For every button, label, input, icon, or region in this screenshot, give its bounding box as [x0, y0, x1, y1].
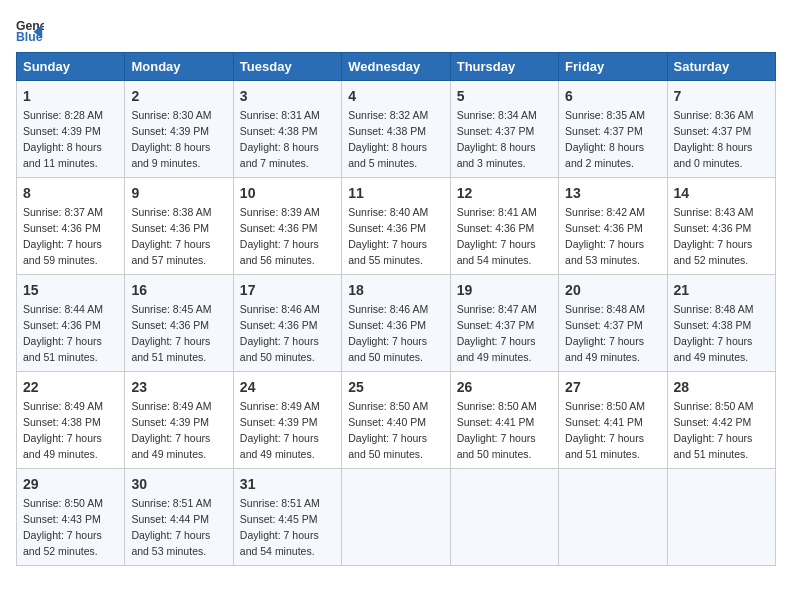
weekday-header: Sunday — [17, 53, 125, 81]
day-number: 7 — [674, 86, 769, 106]
day-number: 21 — [674, 280, 769, 300]
day-info: Sunrise: 8:42 AMSunset: 4:36 PMDaylight:… — [565, 206, 645, 266]
day-info: Sunrise: 8:49 AMSunset: 4:39 PMDaylight:… — [131, 400, 211, 460]
day-number: 28 — [674, 377, 769, 397]
calendar-day-cell: 13Sunrise: 8:42 AMSunset: 4:36 PMDayligh… — [559, 178, 667, 275]
calendar-day-cell: 3Sunrise: 8:31 AMSunset: 4:38 PMDaylight… — [233, 81, 341, 178]
calendar-day-cell: 29Sunrise: 8:50 AMSunset: 4:43 PMDayligh… — [17, 469, 125, 566]
calendar-day-cell: 26Sunrise: 8:50 AMSunset: 4:41 PMDayligh… — [450, 372, 558, 469]
calendar-week-row: 29Sunrise: 8:50 AMSunset: 4:43 PMDayligh… — [17, 469, 776, 566]
day-number: 13 — [565, 183, 660, 203]
calendar-day-cell: 15Sunrise: 8:44 AMSunset: 4:36 PMDayligh… — [17, 275, 125, 372]
calendar-header: SundayMondayTuesdayWednesdayThursdayFrid… — [17, 53, 776, 81]
day-number: 16 — [131, 280, 226, 300]
calendar-day-cell: 18Sunrise: 8:46 AMSunset: 4:36 PMDayligh… — [342, 275, 450, 372]
day-number: 8 — [23, 183, 118, 203]
day-info: Sunrise: 8:38 AMSunset: 4:36 PMDaylight:… — [131, 206, 211, 266]
day-info: Sunrise: 8:34 AMSunset: 4:37 PMDaylight:… — [457, 109, 537, 169]
day-info: Sunrise: 8:49 AMSunset: 4:38 PMDaylight:… — [23, 400, 103, 460]
calendar-day-cell: 2Sunrise: 8:30 AMSunset: 4:39 PMDaylight… — [125, 81, 233, 178]
day-info: Sunrise: 8:36 AMSunset: 4:37 PMDaylight:… — [674, 109, 754, 169]
day-number: 5 — [457, 86, 552, 106]
calendar-day-cell: 27Sunrise: 8:50 AMSunset: 4:41 PMDayligh… — [559, 372, 667, 469]
day-number: 2 — [131, 86, 226, 106]
day-info: Sunrise: 8:51 AMSunset: 4:45 PMDaylight:… — [240, 497, 320, 557]
day-number: 31 — [240, 474, 335, 494]
calendar-day-cell: 16Sunrise: 8:45 AMSunset: 4:36 PMDayligh… — [125, 275, 233, 372]
calendar-week-row: 8Sunrise: 8:37 AMSunset: 4:36 PMDaylight… — [17, 178, 776, 275]
day-info: Sunrise: 8:48 AMSunset: 4:37 PMDaylight:… — [565, 303, 645, 363]
calendar-day-cell — [450, 469, 558, 566]
day-info: Sunrise: 8:30 AMSunset: 4:39 PMDaylight:… — [131, 109, 211, 169]
calendar-week-row: 22Sunrise: 8:49 AMSunset: 4:38 PMDayligh… — [17, 372, 776, 469]
calendar-day-cell: 28Sunrise: 8:50 AMSunset: 4:42 PMDayligh… — [667, 372, 775, 469]
day-info: Sunrise: 8:43 AMSunset: 4:36 PMDaylight:… — [674, 206, 754, 266]
weekday-header: Saturday — [667, 53, 775, 81]
page-header: General Blue — [16, 16, 776, 44]
calendar-day-cell: 24Sunrise: 8:49 AMSunset: 4:39 PMDayligh… — [233, 372, 341, 469]
day-info: Sunrise: 8:31 AMSunset: 4:38 PMDaylight:… — [240, 109, 320, 169]
day-number: 4 — [348, 86, 443, 106]
day-number: 30 — [131, 474, 226, 494]
weekday-header: Thursday — [450, 53, 558, 81]
day-number: 14 — [674, 183, 769, 203]
day-number: 22 — [23, 377, 118, 397]
day-info: Sunrise: 8:46 AMSunset: 4:36 PMDaylight:… — [348, 303, 428, 363]
calendar-day-cell: 6Sunrise: 8:35 AMSunset: 4:37 PMDaylight… — [559, 81, 667, 178]
calendar-day-cell — [342, 469, 450, 566]
day-number: 15 — [23, 280, 118, 300]
calendar-day-cell: 17Sunrise: 8:46 AMSunset: 4:36 PMDayligh… — [233, 275, 341, 372]
day-info: Sunrise: 8:49 AMSunset: 4:39 PMDaylight:… — [240, 400, 320, 460]
day-number: 6 — [565, 86, 660, 106]
calendar-day-cell: 25Sunrise: 8:50 AMSunset: 4:40 PMDayligh… — [342, 372, 450, 469]
logo: General Blue — [16, 16, 48, 44]
day-number: 20 — [565, 280, 660, 300]
day-info: Sunrise: 8:50 AMSunset: 4:42 PMDaylight:… — [674, 400, 754, 460]
day-number: 18 — [348, 280, 443, 300]
calendar-day-cell: 7Sunrise: 8:36 AMSunset: 4:37 PMDaylight… — [667, 81, 775, 178]
day-number: 29 — [23, 474, 118, 494]
svg-text:Blue: Blue — [16, 30, 43, 44]
day-info: Sunrise: 8:41 AMSunset: 4:36 PMDaylight:… — [457, 206, 537, 266]
calendar-day-cell: 19Sunrise: 8:47 AMSunset: 4:37 PMDayligh… — [450, 275, 558, 372]
calendar-day-cell: 31Sunrise: 8:51 AMSunset: 4:45 PMDayligh… — [233, 469, 341, 566]
day-number: 27 — [565, 377, 660, 397]
day-number: 3 — [240, 86, 335, 106]
day-info: Sunrise: 8:40 AMSunset: 4:36 PMDaylight:… — [348, 206, 428, 266]
calendar-day-cell: 9Sunrise: 8:38 AMSunset: 4:36 PMDaylight… — [125, 178, 233, 275]
day-info: Sunrise: 8:50 AMSunset: 4:40 PMDaylight:… — [348, 400, 428, 460]
day-number: 12 — [457, 183, 552, 203]
calendar-day-cell: 23Sunrise: 8:49 AMSunset: 4:39 PMDayligh… — [125, 372, 233, 469]
calendar-day-cell: 22Sunrise: 8:49 AMSunset: 4:38 PMDayligh… — [17, 372, 125, 469]
day-info: Sunrise: 8:51 AMSunset: 4:44 PMDaylight:… — [131, 497, 211, 557]
weekday-header: Monday — [125, 53, 233, 81]
day-info: Sunrise: 8:37 AMSunset: 4:36 PMDaylight:… — [23, 206, 103, 266]
day-info: Sunrise: 8:35 AMSunset: 4:37 PMDaylight:… — [565, 109, 645, 169]
calendar-day-cell: 10Sunrise: 8:39 AMSunset: 4:36 PMDayligh… — [233, 178, 341, 275]
calendar-day-cell: 5Sunrise: 8:34 AMSunset: 4:37 PMDaylight… — [450, 81, 558, 178]
calendar-day-cell: 1Sunrise: 8:28 AMSunset: 4:39 PMDaylight… — [17, 81, 125, 178]
calendar-table: SundayMondayTuesdayWednesdayThursdayFrid… — [16, 52, 776, 566]
day-info: Sunrise: 8:28 AMSunset: 4:39 PMDaylight:… — [23, 109, 103, 169]
day-number: 25 — [348, 377, 443, 397]
calendar-day-cell — [667, 469, 775, 566]
calendar-day-cell: 20Sunrise: 8:48 AMSunset: 4:37 PMDayligh… — [559, 275, 667, 372]
day-number: 9 — [131, 183, 226, 203]
calendar-day-cell: 21Sunrise: 8:48 AMSunset: 4:38 PMDayligh… — [667, 275, 775, 372]
day-number: 23 — [131, 377, 226, 397]
day-info: Sunrise: 8:50 AMSunset: 4:41 PMDaylight:… — [457, 400, 537, 460]
calendar-week-row: 1Sunrise: 8:28 AMSunset: 4:39 PMDaylight… — [17, 81, 776, 178]
calendar-week-row: 15Sunrise: 8:44 AMSunset: 4:36 PMDayligh… — [17, 275, 776, 372]
day-number: 10 — [240, 183, 335, 203]
day-info: Sunrise: 8:50 AMSunset: 4:41 PMDaylight:… — [565, 400, 645, 460]
day-info: Sunrise: 8:47 AMSunset: 4:37 PMDaylight:… — [457, 303, 537, 363]
logo-icon: General Blue — [16, 16, 44, 44]
day-number: 19 — [457, 280, 552, 300]
calendar-day-cell: 14Sunrise: 8:43 AMSunset: 4:36 PMDayligh… — [667, 178, 775, 275]
calendar-day-cell: 11Sunrise: 8:40 AMSunset: 4:36 PMDayligh… — [342, 178, 450, 275]
calendar-day-cell: 30Sunrise: 8:51 AMSunset: 4:44 PMDayligh… — [125, 469, 233, 566]
weekday-header: Tuesday — [233, 53, 341, 81]
day-info: Sunrise: 8:50 AMSunset: 4:43 PMDaylight:… — [23, 497, 103, 557]
day-info: Sunrise: 8:32 AMSunset: 4:38 PMDaylight:… — [348, 109, 428, 169]
day-number: 1 — [23, 86, 118, 106]
